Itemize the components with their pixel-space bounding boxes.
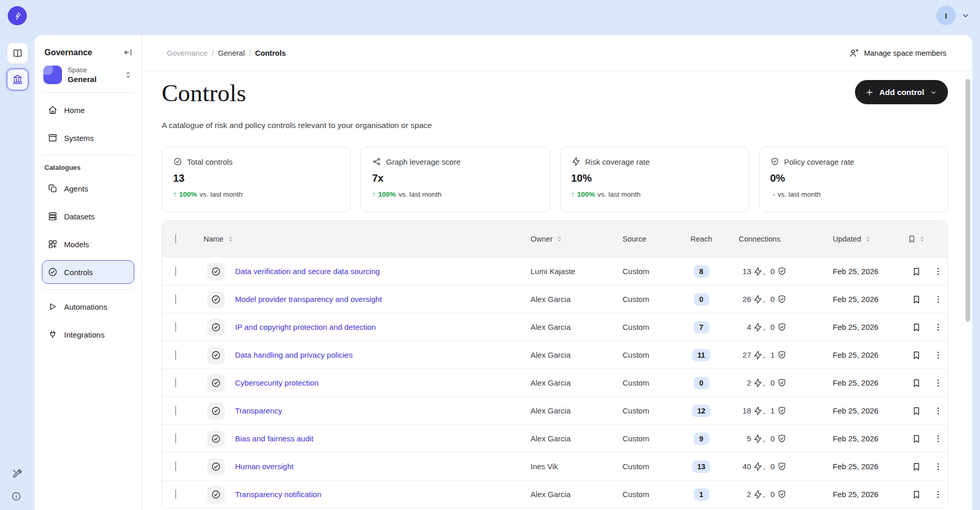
row-bookmark-button[interactable] xyxy=(904,294,928,305)
manage-space-members-button[interactable]: Manage space members xyxy=(849,48,946,58)
row-more-menu-button[interactable] xyxy=(928,378,947,388)
table-row[interactable]: Bias and fairness audit Alex Garcia Cust… xyxy=(162,424,947,452)
table-row[interactable]: Data verification and secure data sourci… xyxy=(162,257,947,285)
row-checkbox[interactable] xyxy=(175,350,176,360)
row-more-menu-button[interactable] xyxy=(928,266,947,277)
row-source: Custom xyxy=(623,462,682,471)
sidebar-item-home[interactable]: Home xyxy=(42,98,134,122)
breadcrumb-general[interactable]: General xyxy=(218,49,245,57)
row-bookmark-button[interactable] xyxy=(904,489,928,500)
column-header-owner[interactable]: Owner xyxy=(531,235,623,243)
row-owner: Alex Garcia xyxy=(531,323,623,331)
row-checkbox[interactable] xyxy=(175,378,176,388)
table-row[interactable]: Human oversight Ines Vik Custom 13 40 , … xyxy=(162,452,947,480)
sidebar-item-label: Home xyxy=(64,106,85,115)
info-icon[interactable] xyxy=(11,491,22,502)
row-connections-shield-count: 0 xyxy=(770,295,774,304)
row-reach-badge: 8 xyxy=(694,265,709,278)
row-name-link[interactable]: Model provider transparency and oversigh… xyxy=(235,295,382,304)
row-name-link[interactable]: IP and copyright protection and detectio… xyxy=(235,323,376,331)
lightning-bolt-icon xyxy=(753,434,763,443)
row-more-menu-button[interactable] xyxy=(928,489,947,500)
sidebar-item-controls[interactable]: Controls xyxy=(42,260,134,284)
row-more-menu-button[interactable] xyxy=(928,350,947,360)
select-all-checkbox[interactable] xyxy=(175,234,176,244)
breadcrumb-governance[interactable]: Governance xyxy=(167,49,208,57)
app-logo[interactable] xyxy=(8,6,27,25)
row-checkbox[interactable] xyxy=(175,489,176,499)
row-owner: Alex Garcia xyxy=(531,490,623,499)
row-name-link[interactable]: Cybersecurity protection xyxy=(235,378,319,387)
trend-suffix: vs. last month xyxy=(199,190,242,198)
tools-icon[interactable] xyxy=(11,468,23,480)
row-checkbox[interactable] xyxy=(175,322,176,332)
row-name-link[interactable]: Transparency notification xyxy=(235,490,321,499)
column-header-name[interactable]: Name xyxy=(204,235,531,243)
row-connections-bolt-count: 2 xyxy=(739,490,751,499)
collapse-sidebar-icon[interactable] xyxy=(123,47,133,57)
rail-docs-button[interactable] xyxy=(7,42,28,64)
row-name-link[interactable]: Data handling and privacy policies xyxy=(235,350,353,359)
bookmark-icon xyxy=(911,350,922,360)
row-checkbox[interactable] xyxy=(175,294,176,304)
check-circle-icon xyxy=(48,267,58,277)
table-row[interactable]: Cybersecurity protection Alex Garcia Cus… xyxy=(162,369,947,396)
row-more-menu-button[interactable] xyxy=(928,294,947,305)
avatar[interactable]: I xyxy=(936,6,956,25)
control-type-badge xyxy=(207,318,225,336)
space-selector[interactable]: Space General xyxy=(42,61,134,87)
sidebar-item-datasets[interactable]: Datasets xyxy=(42,204,134,228)
row-more-menu-button[interactable] xyxy=(928,406,947,416)
breadcrumb-controls: Controls xyxy=(255,49,286,57)
row-connections: 5 , 0 xyxy=(721,434,824,443)
row-more-menu-button[interactable] xyxy=(928,434,947,444)
table-row[interactable]: IP and copyright protection and detectio… xyxy=(162,313,947,341)
control-type-badge xyxy=(207,402,225,420)
row-bookmark-button[interactable] xyxy=(904,322,928,332)
bookmark-icon xyxy=(911,322,922,332)
account-menu-chevron-icon[interactable] xyxy=(960,10,971,21)
table-row[interactable]: Transparency notification Alex Garcia Cu… xyxy=(162,480,947,508)
sidebar-item-models[interactable]: Models xyxy=(42,232,134,256)
row-more-menu-button[interactable] xyxy=(928,461,947,472)
column-header-updated[interactable]: Updated xyxy=(824,235,904,243)
rail-governance-button[interactable] xyxy=(7,69,28,90)
comma: , xyxy=(763,295,765,304)
row-name-link[interactable]: Human oversight xyxy=(235,462,293,471)
row-name-link[interactable]: Data verification and secure data sourci… xyxy=(235,267,380,276)
column-header-bookmark[interactable] xyxy=(904,234,928,244)
sidebar-item-label: Datasets xyxy=(64,212,95,221)
row-checkbox[interactable] xyxy=(175,406,176,416)
row-checkbox[interactable] xyxy=(175,461,176,471)
table-row[interactable]: Transparency Alex Garcia Custom 12 18 , … xyxy=(162,396,947,424)
row-bookmark-button[interactable] xyxy=(904,406,928,416)
row-bookmark-button[interactable] xyxy=(904,434,928,444)
row-bookmark-button[interactable] xyxy=(904,378,928,388)
row-connections-shield-count: 0 xyxy=(770,267,774,276)
row-name-link[interactable]: Transparency xyxy=(235,406,282,415)
add-control-button[interactable]: Add control xyxy=(855,80,948,104)
row-checkbox[interactable] xyxy=(175,434,176,443)
row-connections: 18 , 1 xyxy=(721,406,824,416)
page-title: Controls xyxy=(162,78,246,107)
column-header-connections: Connections xyxy=(721,235,824,243)
comma: , xyxy=(763,490,765,499)
row-updated: Feb 25, 2026 xyxy=(824,323,904,331)
row-more-menu-button[interactable] xyxy=(928,322,947,332)
row-checkbox[interactable] xyxy=(175,266,176,276)
sidebar-item-agents[interactable]: Agents xyxy=(42,177,134,200)
row-bookmark-button[interactable] xyxy=(904,350,928,360)
row-bookmark-button[interactable] xyxy=(904,266,928,277)
vertical-scrollbar-thumb[interactable] xyxy=(966,79,970,322)
row-name-link[interactable]: Bias and fairness audit xyxy=(235,434,314,443)
comma: , xyxy=(763,406,765,415)
table-row[interactable]: Model provider transparency and oversigh… xyxy=(162,285,947,313)
sidebar-item-integrations[interactable]: Integrations xyxy=(42,323,134,346)
agents-icon xyxy=(48,183,58,194)
lightning-bolt-icon xyxy=(753,323,763,332)
row-bookmark-button[interactable] xyxy=(904,461,928,472)
sidebar-item-automations[interactable]: Automations xyxy=(42,295,134,318)
sidebar-item-systems[interactable]: Systems xyxy=(42,126,134,150)
table-row[interactable]: Data handling and privacy policies Alex … xyxy=(162,341,947,369)
row-connections: 27 , 1 xyxy=(721,350,824,360)
